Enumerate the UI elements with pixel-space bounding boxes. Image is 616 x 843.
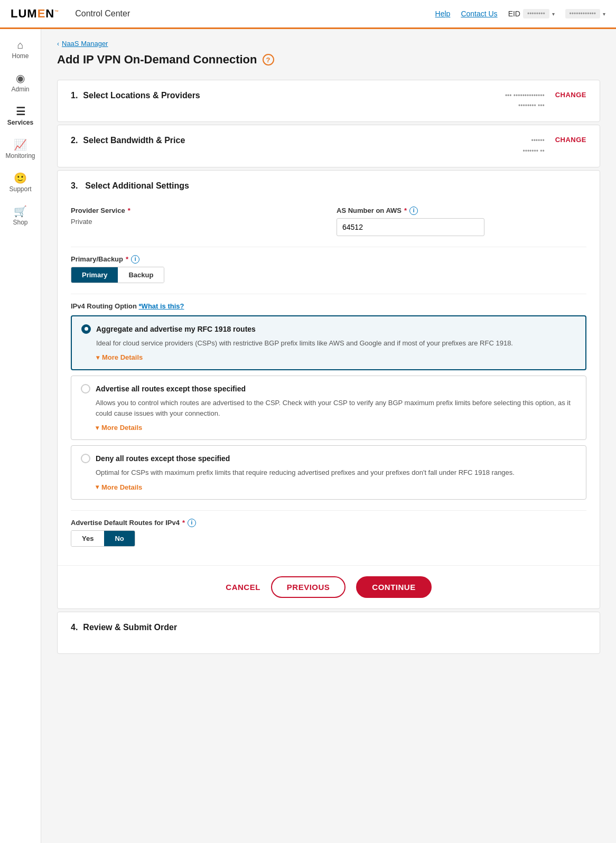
eid-label: EID [508, 10, 520, 18]
eid-section: EID •••••••• ▾ [508, 9, 555, 18]
step-3-header: 3. Select Additional Settings [58, 171, 600, 199]
step-1-change-button[interactable]: CHANGE [555, 91, 586, 99]
deny-all-more-details-label: More Details [101, 483, 142, 491]
step-2-summary-line2: ••••••• •• [523, 146, 545, 156]
routing-option-deny-all-header: Deny all routes except those specified [81, 454, 576, 463]
step-1-header: 1. Select Locations & Providers ••• ••••… [58, 80, 600, 121]
sidebar-item-home-label: Home [12, 52, 29, 60]
step-1-summary: ••• •••••••••••••• •••••••• ••• [505, 91, 545, 111]
logo: LUMEN™ [11, 7, 59, 21]
routing-option-aggregate-title: Aggregate and advertise my RFC 1918 rout… [96, 325, 256, 333]
backup-button[interactable]: Backup [118, 267, 164, 283]
ipv4-routing-label: IPv4 Routing Option *What is this? [71, 302, 586, 310]
help-link[interactable]: Help [435, 10, 451, 18]
as-info-icon[interactable]: i [409, 207, 418, 215]
aggregate-more-details-button[interactable]: ▾ More Details [96, 353, 576, 361]
provider-service-group: Provider Service * Private [71, 207, 321, 236]
provider-required-star: * [128, 207, 130, 214]
sidebar-item-monitoring[interactable]: 📈 Monitoring [0, 134, 41, 165]
support-icon: 🙂 [14, 173, 27, 183]
routing-option-deny-all-title: Deny all routes except those specified [96, 454, 230, 463]
page-help-icon[interactable]: ? [263, 54, 274, 65]
provider-service-label: Provider Service * [71, 207, 321, 214]
no-button[interactable]: No [104, 531, 134, 546]
breadcrumb-arrow-icon: ‹ [57, 40, 59, 48]
services-icon: ☰ [16, 106, 25, 117]
sidebar-item-monitoring-label: Monitoring [5, 152, 35, 160]
admin-icon: ◉ [16, 73, 25, 83]
step-4-card: 4. Review & Submit Order [57, 612, 600, 654]
sidebar-item-services[interactable]: ☰ Services [0, 101, 41, 132]
form-actions: CANCEL PREVIOUS CONTINUE [58, 565, 600, 608]
main-layout: ⌂ Home ◉ Admin ☰ Services 📈 Monitoring 🙂… [0, 29, 616, 843]
sidebar-item-shop-label: Shop [13, 219, 27, 226]
advertise-all-more-details-label: More Details [101, 424, 142, 432]
header: LUMEN™ Control Center Help Contact Us EI… [0, 0, 616, 29]
advertise-all-more-details-button[interactable]: ▾ More Details [96, 424, 576, 432]
sidebar-item-shop[interactable]: 🛒 Shop [0, 201, 41, 231]
what-is-this-link[interactable]: *What is this? [139, 302, 184, 310]
aggregate-more-details-label: More Details [102, 353, 143, 361]
primary-backup-toggle: Primary Backup [71, 267, 164, 283]
account-section: •••••••••••• ▾ [565, 9, 605, 18]
yes-no-toggle: Yes No [71, 530, 135, 547]
step-4-header: 4. Review & Submit Order [71, 623, 586, 632]
radio-deny-all-icon [81, 454, 90, 463]
as-number-group: AS Number on AWS * i [337, 207, 586, 236]
main-content: ‹ NaaS Manager Add IP VPN On-Demand Conn… [41, 29, 616, 843]
primary-button[interactable]: Primary [71, 267, 118, 283]
previous-button[interactable]: PREVIOUS [271, 576, 346, 598]
routing-option-advertise-all-desc: Allows you to control which routes are a… [96, 398, 576, 418]
page-title-text: Add IP VPN On-Demand Connection [57, 53, 257, 67]
header-right: Help Contact Us EID •••••••• ▾ •••••••••… [435, 9, 605, 18]
breadcrumb-link[interactable]: NaaS Manager [62, 40, 108, 48]
sidebar-item-support[interactable]: 🙂 Support [0, 167, 41, 198]
sidebar-item-admin[interactable]: ◉ Admin [0, 68, 41, 98]
continue-button[interactable]: CONTINUE [356, 576, 431, 598]
primary-backup-required-star: * [126, 255, 128, 263]
contact-us-link[interactable]: Contact Us [461, 10, 497, 18]
breadcrumb: ‹ NaaS Manager [57, 40, 600, 48]
step-2-header: 2. Select Bandwidth & Price •••••• •••••… [58, 125, 600, 166]
sidebar: ⌂ Home ◉ Admin ☰ Services 📈 Monitoring 🙂… [0, 29, 41, 843]
eid-chevron-icon[interactable]: ▾ [552, 11, 555, 17]
provider-as-row: Provider Service * Private AS Number on … [71, 207, 586, 236]
step-2-summary: •••••• ••••••• •• [523, 136, 545, 156]
account-chevron-icon[interactable]: ▾ [603, 11, 605, 17]
advertise-default-info-icon[interactable]: i [188, 519, 196, 527]
sidebar-item-home[interactable]: ⌂ Home [0, 34, 41, 65]
routing-option-aggregate[interactable]: Aggregate and advertise my RFC 1918 rout… [71, 315, 586, 371]
step-2-card: 2. Select Bandwidth & Price •••••• •••••… [57, 125, 600, 167]
step-4-number: 4. [71, 623, 78, 632]
step-1-number: 1. [71, 91, 78, 100]
primary-backup-group: Primary/Backup * i Primary Backup [71, 255, 586, 283]
ipv4-routing-group: IPv4 Routing Option *What is this? Aggre… [71, 302, 586, 500]
shop-icon: 🛒 [14, 206, 27, 217]
step-2-change-button[interactable]: CHANGE [555, 136, 586, 144]
radio-advertise-all-icon [81, 384, 90, 394]
radio-aggregate-icon [81, 324, 91, 334]
sidebar-item-support-label: Support [9, 185, 31, 193]
routing-option-deny-all[interactable]: Deny all routes except those specified O… [71, 445, 586, 500]
step-4-title: Review & Submit Order [83, 623, 586, 632]
routing-option-advertise-all-header: Advertise all routes except those specif… [81, 384, 576, 394]
routing-option-advertise-all[interactable]: Advertise all routes except those specif… [71, 376, 586, 440]
monitoring-icon: 📈 [14, 139, 27, 150]
primary-backup-info-icon[interactable]: i [131, 255, 139, 264]
step-1-card: 1. Select Locations & Providers ••• ••••… [57, 80, 600, 122]
sidebar-item-services-label: Services [7, 119, 33, 126]
step-1-summary-line1: ••• •••••••••••••• [505, 91, 545, 101]
routing-option-aggregate-header: Aggregate and advertise my RFC 1918 rout… [81, 324, 576, 334]
cancel-button[interactable]: CANCEL [226, 583, 260, 592]
primary-backup-label: Primary/Backup * i [71, 255, 586, 264]
more-details-chevron-icon: ▾ [96, 354, 99, 361]
sidebar-item-admin-label: Admin [11, 86, 29, 93]
advertise-default-label: Advertise Default Routes for IPv4 * i [71, 519, 586, 527]
step-2-summary-line1: •••••• [523, 136, 545, 146]
header-title: Control Center [75, 9, 130, 18]
step-1-summary-line2: •••••••• ••• [505, 101, 545, 111]
routing-option-aggregate-desc: Ideal for cloud service providers (CSPs)… [96, 338, 576, 349]
yes-button[interactable]: Yes [71, 531, 104, 546]
deny-all-more-details-button[interactable]: ▾ More Details [96, 483, 576, 491]
as-number-input[interactable] [337, 218, 484, 236]
